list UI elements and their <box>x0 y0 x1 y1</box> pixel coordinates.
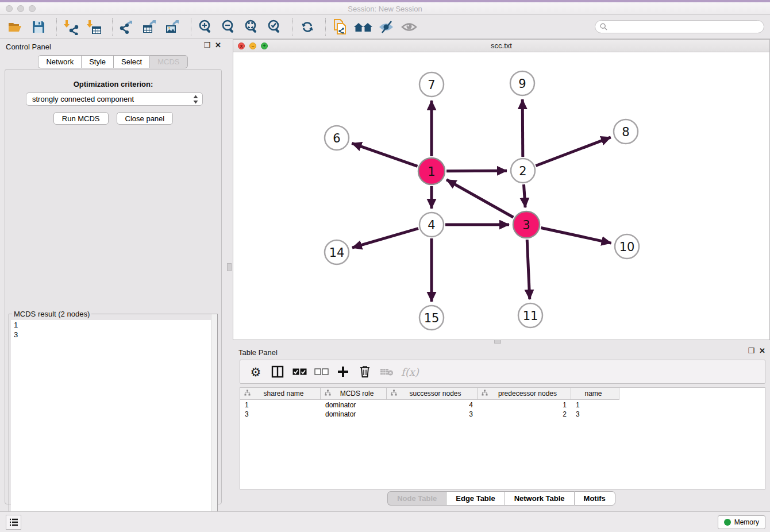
column-header-predecessor-nodes[interactable]: predecessor nodes <box>478 388 571 399</box>
cell-successor-nodes[interactable]: 3 <box>387 410 478 419</box>
tab-network[interactable]: Network <box>38 55 81 68</box>
graph-edge-2-8[interactable] <box>536 137 610 166</box>
node-table[interactable]: shared nameMCDS rolesuccessor nodesprede… <box>240 387 765 489</box>
graph-edge-2-9[interactable] <box>522 99 523 157</box>
open-session-icon[interactable] <box>6 18 25 36</box>
column-header-mcds-role[interactable]: MCDS role <box>321 388 387 399</box>
column-header-successor-nodes[interactable]: successor nodes <box>387 388 478 399</box>
cell-successor-nodes[interactable]: 4 <box>387 400 478 410</box>
network-graph[interactable]: 7968124314101511 <box>233 52 769 340</box>
tab-motifs[interactable]: Motifs <box>574 491 615 506</box>
tab-edge-table[interactable]: Edge Table <box>446 491 504 506</box>
close-panel-icon[interactable]: ✕ <box>215 41 221 49</box>
memory-button[interactable]: Memory <box>718 515 765 529</box>
graph-edge-4-14[interactable] <box>352 229 418 248</box>
graph-node-1[interactable]: 1 <box>418 158 445 184</box>
graph-node-14[interactable]: 14 <box>325 240 349 264</box>
tab-select[interactable]: Select <box>113 55 149 68</box>
zoom-out-icon[interactable] <box>219 18 238 36</box>
horizontal-splitter[interactable] <box>233 340 770 345</box>
import-network-icon[interactable] <box>61 18 81 36</box>
graph-node-7[interactable]: 7 <box>419 72 444 97</box>
splitter-grip[interactable] <box>494 340 501 344</box>
result-scrollbar[interactable] <box>211 314 217 530</box>
search-input[interactable] <box>610 23 759 31</box>
show-eye-icon[interactable] <box>399 18 419 36</box>
table-row[interactable]: 1dominator411 <box>240 400 619 410</box>
graph-node-8[interactable]: 8 <box>614 119 638 144</box>
task-history-button[interactable] <box>6 515 21 530</box>
save-session-icon[interactable] <box>29 18 48 36</box>
search-field[interactable] <box>595 20 764 33</box>
column-select-icon[interactable] <box>270 364 285 379</box>
float-panel-icon[interactable]: ❒ <box>203 41 210 49</box>
export-image-icon[interactable] <box>163 18 183 36</box>
export-table-icon[interactable] <box>140 18 160 36</box>
run-mcds-button[interactable]: Run MCDS <box>53 112 109 125</box>
home-views-icon[interactable] <box>353 18 373 36</box>
mcds-result-fieldset: MCDS result (2 nodes) 13 <box>9 314 218 531</box>
graph-node-10[interactable]: 10 <box>615 234 639 259</box>
import-table-icon[interactable] <box>84 18 104 36</box>
cell-predecessor-nodes[interactable]: 2 <box>478 410 571 419</box>
dropdown-selected-value: strongly connected component <box>32 95 134 103</box>
attribute-type-icon <box>244 390 251 396</box>
deselect-all-columns-icon[interactable] <box>314 364 329 379</box>
zoom-fit-icon[interactable] <box>242 18 261 36</box>
graph-node-15[interactable]: 15 <box>419 306 444 330</box>
cell-predecessor-nodes[interactable]: 1 <box>478 400 571 410</box>
splitter-grip[interactable] <box>227 263 232 271</box>
cell-shared-name[interactable]: 3 <box>240 410 321 419</box>
tab-mcds[interactable]: MCDS <box>149 55 187 68</box>
column-label: name <box>571 390 619 398</box>
select-all-columns-icon[interactable] <box>292 364 307 379</box>
vertical-splitter[interactable] <box>226 39 233 511</box>
refresh-icon[interactable] <box>298 18 317 36</box>
graph-node-4[interactable]: 4 <box>419 213 444 237</box>
close-panel-icon[interactable]: ✕ <box>759 347 765 354</box>
delete-column-trash-icon[interactable] <box>357 364 372 379</box>
graph-edge-3-11[interactable] <box>527 240 530 299</box>
column-header-shared-name[interactable]: shared name <box>240 388 321 399</box>
cell-name[interactable]: 3 <box>571 410 619 419</box>
zoom-selected-icon[interactable] <box>265 18 284 36</box>
graph-node-2[interactable]: 2 <box>511 159 535 183</box>
tab-node-table[interactable]: Node Table <box>387 491 446 506</box>
float-panel-icon[interactable]: ❒ <box>748 347 754 354</box>
tab-style[interactable]: Style <box>81 55 113 68</box>
graph-node-9[interactable]: 9 <box>510 71 534 95</box>
graph-node-label: 6 <box>333 132 340 145</box>
cell-shared-name[interactable]: 1 <box>240 400 321 410</box>
table-toolbar: ⚙ f(x) <box>240 360 765 384</box>
graph-edge-1-2[interactable] <box>446 171 507 171</box>
close-panel-button[interactable]: Close panel <box>117 112 174 125</box>
clone-network-icon[interactable] <box>330 18 350 36</box>
export-network-icon[interactable] <box>117 18 137 36</box>
function-builder-icon-disabled: f(x) <box>401 364 419 379</box>
graph-edge-3-1[interactable] <box>446 180 513 218</box>
cell-mcds-role[interactable]: dominator <box>321 410 387 419</box>
table-row[interactable]: 3dominator323 <box>240 410 619 419</box>
tab-network-table[interactable]: Network Table <box>505 491 574 506</box>
graph-node-label: 4 <box>428 218 435 232</box>
mcds-result-title: MCDS result (2 nodes) <box>12 310 91 318</box>
graph-edge-2-3[interactable] <box>524 184 526 207</box>
graph-edge-1-6[interactable] <box>352 143 417 166</box>
network-canvas[interactable]: 7968124314101511 <box>233 52 769 340</box>
hide-eye-icon[interactable] <box>376 18 396 36</box>
toolbar-separator <box>292 18 293 36</box>
memory-status-dot <box>724 519 731 526</box>
column-header-name[interactable]: name <box>571 388 619 399</box>
graph-node-label: 2 <box>519 164 526 178</box>
cell-name[interactable]: 1 <box>571 400 619 410</box>
optimization-criterion-dropdown[interactable]: strongly connected component <box>26 92 203 106</box>
cell-mcds-role[interactable]: dominator <box>321 400 387 410</box>
graph-edge-3-10[interactable] <box>541 228 611 244</box>
zoom-in-icon[interactable] <box>196 18 215 36</box>
graph-node-3[interactable]: 3 <box>513 211 540 238</box>
graph-node-6[interactable]: 6 <box>325 126 349 150</box>
table-settings-gear-icon[interactable]: ⚙ <box>248 364 263 379</box>
add-column-icon[interactable] <box>336 364 351 379</box>
titlebar: Session: New Session <box>0 2 770 15</box>
graph-node-11[interactable]: 11 <box>518 303 542 327</box>
